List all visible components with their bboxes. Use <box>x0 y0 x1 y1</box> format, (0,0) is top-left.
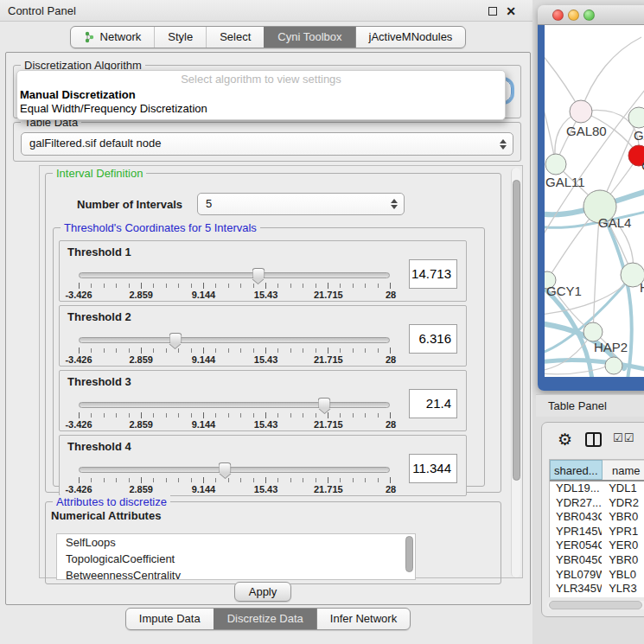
cell[interactable]: YDL19... <box>550 481 602 496</box>
threshold-2-slider[interactable]: -3.426 2.859 9.144 15.43 21.715 28 <box>79 337 390 367</box>
slider-major-ticks <box>79 283 391 289</box>
slider-handle[interactable] <box>169 333 182 343</box>
cell[interactable]: YDL1 <box>602 481 644 496</box>
apply-button[interactable]: Apply <box>234 582 291 602</box>
tab-discretize-data[interactable]: Discretize Data <box>214 609 316 629</box>
slider-track[interactable] <box>79 337 390 343</box>
table-row[interactable]: YLR345W YLR3 <box>550 582 644 596</box>
network-graph[interactable]: GAL80 GA C GAL11 GAL4 GCY1 H HAP2 <box>545 25 644 377</box>
slider-track[interactable] <box>79 402 390 408</box>
threshold-3-value-field[interactable]: 21.4 <box>409 389 457 418</box>
tab-network[interactable]: Network <box>71 27 155 48</box>
panel-title: Control Panel <box>8 4 76 17</box>
edge[interactable] <box>581 37 641 112</box>
tick-label: -3.426 <box>65 419 92 430</box>
tick-label: 9.144 <box>192 419 216 430</box>
cell[interactable]: YBR0 <box>602 510 644 525</box>
slider-handle[interactable] <box>318 398 331 408</box>
tab-impute-data[interactable]: Impute Data <box>126 609 214 629</box>
table-row[interactable]: YDL19... YDL1 <box>550 481 644 496</box>
table-row[interactable]: YER054C YER0 <box>550 539 644 553</box>
number-of-intervals-select[interactable]: 5 <box>197 193 405 215</box>
tick-label: -3.426 <box>65 290 92 300</box>
cell[interactable]: YER054C <box>550 539 602 553</box>
settings-vertical-scrollbar[interactable] <box>511 168 520 577</box>
algorithm-settings-scrollpane: Interval Definition Number of Intervals … <box>39 165 523 578</box>
threshold-4-value-field[interactable]: 11.344 <box>409 454 457 483</box>
node-hap2[interactable] <box>583 322 603 341</box>
column-header-name[interactable]: name <box>603 460 644 480</box>
close-icon[interactable]: ✕ <box>506 7 516 16</box>
dropdown-prompt: Select algorithm to view settings <box>17 71 505 88</box>
tab-style[interactable]: Style <box>154 27 206 48</box>
table-data-select[interactable]: galFiltered.sif default node <box>21 132 513 156</box>
cell[interactable]: YIL052C <box>550 596 602 597</box>
dropdown-option-equal-width[interactable]: Equal Width/Frequency Discretization <box>17 102 505 116</box>
select-columns-icon[interactable]: ☑☑ <box>613 431 634 444</box>
tick-label: 2.859 <box>129 484 153 494</box>
node-bottom[interactable] <box>605 357 622 374</box>
tab-jactivemnodules[interactable]: jActiveMNodules <box>355 27 466 48</box>
cell[interactable]: YBR0 <box>602 553 644 568</box>
cell[interactable]: YPR145W <box>550 525 602 539</box>
list-item-selfloops[interactable]: SelfLoops <box>57 534 415 551</box>
scrollbar-thumb[interactable] <box>549 601 642 609</box>
table-row[interactable]: YBR045C YBR0 <box>550 553 644 568</box>
slider-track[interactable] <box>79 272 390 278</box>
tick-label: 21.715 <box>314 484 343 494</box>
threshold-1-value-field[interactable]: 14.713 <box>409 259 457 289</box>
close-traffic-light-icon[interactable] <box>552 10 564 21</box>
gear-icon[interactable]: ⚙ <box>558 430 572 450</box>
cell[interactable]: YBL0 <box>602 568 644 583</box>
list-item-topologicalcoefficient[interactable]: TopologicalCoefficient <box>57 551 415 567</box>
column-header-shared-name[interactable]: shared... <box>550 460 603 480</box>
threshold-1-slider[interactable]: -3.426 2.859 9.144 15.43 21.715 28 <box>79 272 390 302</box>
stepper-arrows-icon <box>391 199 398 209</box>
tab-select[interactable]: Select <box>206 27 264 48</box>
scrollbar-thumb[interactable] <box>513 180 520 481</box>
table-row[interactable]: YBR043C YBR0 <box>550 510 644 525</box>
tick-label: 28 <box>386 419 396 430</box>
list-item-betweennesscentrality[interactable]: BetweennessCentrality <box>57 567 415 580</box>
numerical-attributes-list[interactable]: SelfLoops TopologicalCoefficient Between… <box>56 533 416 580</box>
dropdown-option-manual[interactable]: Manual Discretization <box>17 88 505 102</box>
cell[interactable]: YLR3 <box>602 582 644 596</box>
split-columns-icon[interactable] <box>585 432 602 447</box>
cell[interactable]: YER0 <box>602 539 644 553</box>
cell[interactable]: YBL079W <box>550 568 602 583</box>
threshold-2-label: Threshold 2 <box>67 310 131 323</box>
cell[interactable]: YPR1 <box>602 525 644 539</box>
zoom-traffic-light-icon[interactable] <box>583 10 595 21</box>
cell[interactable]: YBR045C <box>550 553 602 568</box>
cell[interactable]: YIL0 <box>602 596 644 597</box>
list-scrollbar[interactable] <box>405 536 413 572</box>
network-window-titlebar[interactable] <box>538 5 644 25</box>
cell[interactable]: YDR2 <box>602 496 644 511</box>
network-canvas[interactable]: GAL80 GA C GAL11 GAL4 GCY1 H HAP2 <box>545 25 644 377</box>
slider-handle[interactable] <box>219 462 232 473</box>
table-row[interactable]: YPR145W YPR1 <box>550 525 644 539</box>
table-panel-title: Table Panel <box>536 394 644 417</box>
cell[interactable]: YBR043C <box>550 510 602 525</box>
cell[interactable]: YLR345W <box>550 582 602 596</box>
node-gal11[interactable] <box>545 154 566 175</box>
table-row[interactable]: YIL052C YIL0 <box>550 596 644 597</box>
tab-cyni-toolbox[interactable]: Cyni Toolbox <box>264 27 354 48</box>
node-top-right[interactable] <box>628 107 644 128</box>
slider-handle[interactable] <box>252 268 265 278</box>
node-pink[interactable] <box>570 100 592 123</box>
cell[interactable]: YDR27... <box>550 496 602 511</box>
threshold-2-value-field[interactable]: 6.316 <box>409 324 457 354</box>
threshold-3-slider[interactable]: -3.426 2.859 9.144 15.43 21.715 28 <box>79 402 390 431</box>
table-row[interactable]: YBL079W YBL0 <box>550 568 644 583</box>
tab-infer-network[interactable]: Infer Network <box>316 609 410 629</box>
threshold-4-slider[interactable]: -3.426 2.859 9.144 15.43 21.715 28 <box>79 467 390 496</box>
slider-major-ticks <box>79 412 391 418</box>
edge[interactable] <box>545 364 614 374</box>
float-window-icon[interactable] <box>488 7 497 16</box>
slider-track[interactable] <box>79 467 390 473</box>
table-row[interactable]: YDR27... YDR2 <box>550 496 644 511</box>
table-horizontal-scrollbar[interactable] <box>547 601 644 609</box>
cyni-bottom-tabbar: Impute Data Discretize Data Infer Networ… <box>5 608 531 630</box>
minimize-traffic-light-icon[interactable] <box>568 10 579 21</box>
